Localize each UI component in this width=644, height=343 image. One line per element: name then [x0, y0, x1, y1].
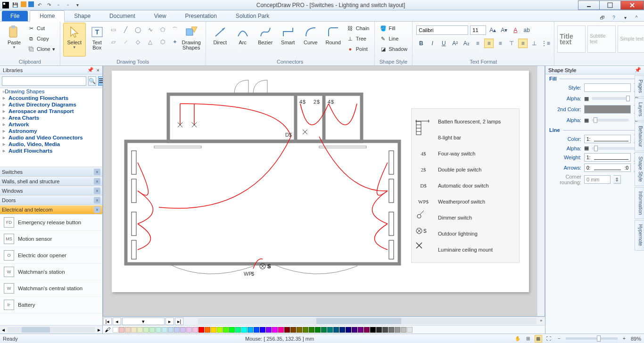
color-bar[interactable]: 🖌 [103, 325, 545, 334]
arc-button[interactable]: Arc [231, 23, 254, 57]
tree-button[interactable]: ⊥Tree [345, 34, 372, 43]
color-swatch[interactable] [192, 327, 198, 333]
zoom-slider[interactable] [566, 337, 618, 340]
color-swatch[interactable] [211, 327, 216, 333]
library-search-input[interactable] [2, 76, 86, 86]
library-category[interactable]: Electrical and telecom× [0, 205, 102, 214]
direct-button[interactable]: Direct [209, 23, 231, 57]
maximize-button[interactable] [599, 0, 621, 10]
close-icon[interactable]: × [94, 169, 100, 175]
sidetab-hypernote[interactable]: Hypernote [635, 220, 644, 250]
style-subtitle[interactable]: Subtitle text [587, 25, 616, 53]
tab-shape[interactable]: Shape [65, 11, 100, 21]
color-swatch[interactable] [241, 327, 247, 333]
tool-9[interactable]: ◇ [133, 37, 143, 47]
color-swatch[interactable] [364, 327, 370, 333]
font-size-select[interactable] [470, 25, 486, 35]
color-swatch[interactable] [333, 327, 339, 333]
select-button[interactable]: Select▼ [63, 23, 86, 57]
drawing-page[interactable]: 4$ 2$ 4$ D$ WP$ S [112, 71, 529, 292]
color-swatch[interactable] [339, 327, 345, 333]
style-title[interactable]: Title text [557, 25, 586, 53]
color-swatch[interactable] [266, 327, 272, 333]
color-swatch[interactable] [370, 327, 376, 333]
tree-node[interactable]: Audit Flowcharts [0, 147, 102, 154]
clone-button[interactable]: ⿻Clone ▾ [25, 44, 57, 54]
sidetab-layers[interactable]: Layers [635, 98, 644, 121]
zoom-out-icon[interactable]: − [555, 335, 563, 343]
weight-field[interactable]: 1: [584, 153, 631, 162]
tool-poly[interactable]: ⬠ [157, 24, 168, 35]
shape-item[interactable]: ⊪Battery [0, 297, 102, 313]
align-right-button[interactable]: ≡ [495, 39, 505, 48]
color-swatch[interactable] [407, 327, 413, 333]
close-button[interactable] [620, 0, 644, 10]
tab-view[interactable]: View [145, 11, 176, 21]
qat-icon-4[interactable]: ▫ [64, 1, 72, 9]
minimize-button[interactable] [578, 0, 600, 10]
color-swatch[interactable] [131, 327, 137, 333]
color-swatch[interactable] [205, 327, 210, 333]
tool-7[interactable]: ▱ [108, 37, 119, 47]
color-swatch[interactable] [113, 327, 118, 333]
color-swatch[interactable] [321, 327, 327, 333]
underline-button[interactable]: U [439, 39, 448, 48]
color-swatch[interactable] [248, 327, 253, 333]
superscript-button[interactable]: A² [450, 39, 460, 48]
color-swatch[interactable] [315, 327, 321, 333]
color-swatch[interactable] [137, 327, 143, 333]
sidetab-shape-style[interactable]: Shape Style [635, 152, 644, 186]
fullscreen-icon[interactable]: ⛶ [545, 335, 553, 343]
sheet-prev-icon[interactable]: ◂ [113, 318, 121, 325]
tool-11[interactable]: ⬡ [157, 37, 168, 47]
library-category[interactable]: Doors× [0, 196, 102, 205]
textbox-button[interactable]: T Text Box [86, 23, 108, 57]
sidetab-behaviour[interactable]: Behaviour [635, 122, 644, 151]
color-swatch[interactable] [376, 327, 382, 333]
color-swatch[interactable] [327, 327, 333, 333]
color-swatch[interactable] [352, 327, 357, 333]
view-mode-icon[interactable]: ▦ [535, 335, 542, 343]
fill-alpha2-slider[interactable] [592, 119, 629, 122]
qat-icon-2[interactable] [28, 1, 34, 7]
color-swatch[interactable] [235, 327, 241, 333]
color2-field[interactable] [584, 105, 631, 114]
corner-spinner[interactable]: ⇕ [613, 175, 621, 184]
tree-node[interactable]: Accounting Flowcharts [0, 95, 102, 101]
color-picker-icon[interactable]: 🖌 [105, 327, 110, 333]
color-swatch[interactable] [217, 327, 223, 333]
color-swatch[interactable] [186, 327, 192, 333]
corner-field[interactable]: 0 mm [584, 175, 611, 184]
subscript-button[interactable]: A₂ [462, 39, 471, 48]
qat-icon-3[interactable]: ▫ [55, 1, 62, 9]
tool-ellipse[interactable]: ◯ [133, 24, 143, 35]
library-tree[interactable]: Drawing Shapes Accounting FlowchartsActi… [0, 88, 102, 167]
highlight-icon[interactable]: ab [522, 25, 531, 35]
point-button[interactable]: ●Point [345, 44, 372, 54]
color-swatch[interactable] [278, 327, 284, 333]
library-category[interactable]: Switches× [0, 167, 102, 177]
tree-node[interactable]: Astronomy [0, 128, 102, 134]
help-icon[interactable]: ? [610, 14, 618, 21]
tab-dropdown-icon[interactable]: ▾ [621, 14, 629, 21]
color-swatch[interactable] [174, 327, 180, 333]
tab-document[interactable]: Document [100, 11, 145, 21]
shadow-button[interactable]: ◪Shadow [378, 44, 410, 54]
tab-file[interactable]: File [2, 11, 28, 21]
tree-node[interactable]: Artwork [0, 121, 102, 128]
style-simple[interactable]: Simple text [618, 25, 644, 53]
font-color-icon[interactable]: A [511, 25, 520, 35]
hand-tool-icon[interactable]: ✋ [514, 335, 521, 343]
color-swatch[interactable] [254, 327, 259, 333]
sidetab-pages[interactable]: Pages [635, 75, 644, 97]
tab-presentation[interactable]: Presentation [176, 11, 226, 21]
sheet-tabs[interactable]: |◂ ◂ ▾ ▸ ▸| [103, 317, 197, 325]
tree-root[interactable]: Drawing Shapes [0, 88, 102, 95]
zoom-in-icon[interactable]: + [620, 335, 628, 343]
align-center-button[interactable]: ≡ [484, 39, 494, 48]
color-swatch[interactable] [198, 327, 204, 333]
color-swatch[interactable] [168, 327, 173, 333]
color-swatch[interactable] [162, 327, 167, 333]
color-swatch[interactable] [309, 327, 314, 333]
tool-arc2[interactable]: ⌒ [170, 24, 180, 35]
